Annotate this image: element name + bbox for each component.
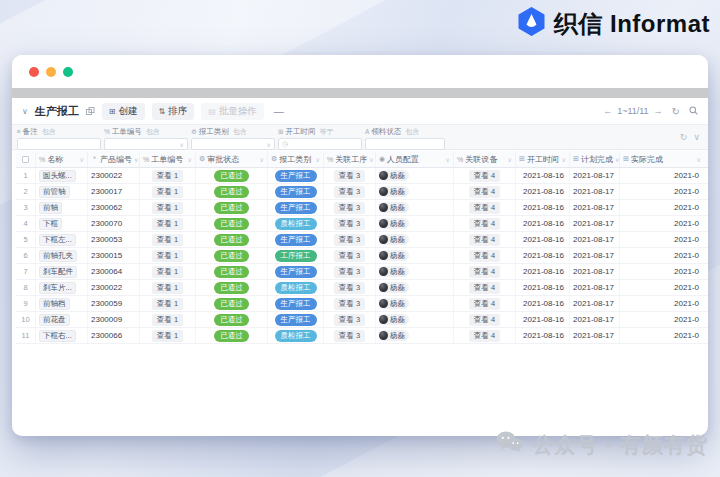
more-actions-button[interactable]: — [271, 106, 287, 117]
view-device-button[interactable]: 查看 4 [469, 266, 500, 278]
view-device-button[interactable]: 查看 4 [469, 298, 500, 310]
view-work-order-button[interactable]: 查看 1 [152, 170, 183, 182]
view-process-button[interactable]: 查看 3 [334, 218, 365, 230]
filter-input-select[interactable]: ∨ [191, 138, 275, 150]
collapse-filters-icon[interactable]: ∨ [693, 132, 700, 142]
name-tag[interactable]: 刹车片... [39, 282, 76, 294]
view-process-button[interactable]: 查看 3 [334, 202, 365, 214]
search-icon[interactable] [689, 106, 698, 117]
person-chip[interactable]: 杨磊 [379, 234, 409, 245]
person-chip[interactable]: 杨磊 [379, 170, 409, 181]
view-process-button[interactable]: 查看 3 [334, 314, 365, 326]
create-button[interactable]: ⊞ 创建 [102, 103, 145, 120]
chevron-down-icon[interactable]: ∨ [446, 156, 450, 163]
person-chip[interactable]: 杨磊 [379, 266, 409, 277]
filter-input-select[interactable]: ∨ [104, 138, 188, 150]
view-work-order-button[interactable]: 查看 1 [152, 314, 183, 326]
view-device-button[interactable]: 查看 4 [469, 202, 500, 214]
sort-button[interactable]: ⇅ 排序 [152, 103, 195, 120]
view-work-order-button[interactable]: 查看 1 [152, 218, 183, 230]
name-tag[interactable]: 前轴档 [39, 298, 70, 310]
person-chip[interactable]: 杨磊 [379, 250, 409, 261]
view-process-button[interactable]: 查看 3 [334, 330, 365, 342]
view-work-order-button[interactable]: 查看 1 [152, 330, 183, 342]
view-process-button[interactable]: 查看 3 [334, 266, 365, 278]
filter-input-text[interactable] [17, 138, 101, 150]
view-work-order-button[interactable]: 查看 1 [152, 250, 183, 262]
column-header-select[interactable] [16, 151, 36, 167]
filter-input-datetime[interactable]: ◷ [278, 138, 362, 150]
name-tag[interactable]: 前管轴 [39, 186, 70, 198]
person-chip[interactable]: 杨磊 [379, 298, 409, 309]
chevron-down-icon[interactable]: ∨ [562, 156, 566, 163]
chevron-down-icon[interactable]: ∨ [369, 156, 373, 163]
name-tag[interactable]: 前花盘 [39, 314, 70, 326]
name-tag[interactable]: 下框 [39, 218, 62, 230]
column-header-计划完成[interactable]: ⊞计划完成∨ [570, 151, 620, 167]
view-device-button[interactable]: 查看 4 [469, 234, 500, 246]
chevron-down-icon[interactable]: ∨ [134, 156, 138, 163]
view-process-button[interactable]: 查看 3 [334, 298, 365, 310]
view-device-button[interactable]: 查看 4 [469, 218, 500, 230]
column-header-关联工序[interactable]: %关联工序∨ [324, 151, 376, 167]
column-header-报工类别[interactable]: ⚙报工类别∨ [268, 151, 324, 167]
chevron-down-icon[interactable]: ∨ [316, 156, 320, 163]
view-device-button[interactable]: 查看 4 [469, 314, 500, 326]
name-tag[interactable]: 圆头螺... [39, 170, 76, 182]
view-work-order-button[interactable]: 查看 1 [152, 266, 183, 278]
view-process-button[interactable]: 查看 3 [334, 250, 365, 262]
chevron-down-icon[interactable]: ∨ [22, 107, 28, 116]
column-header-工单编号[interactable]: %工单编号∨ [140, 151, 196, 167]
view-work-order-button[interactable]: 查看 1 [152, 202, 183, 214]
view-device-button[interactable]: 查看 4 [469, 330, 500, 342]
view-process-button[interactable]: 查看 3 [334, 170, 365, 182]
view-device-button[interactable]: 查看 4 [469, 282, 500, 294]
view-device-button[interactable]: 查看 4 [469, 186, 500, 198]
maximize-window-icon[interactable] [63, 67, 73, 77]
name-tag[interactable]: 下框左... [39, 234, 76, 246]
chevron-down-icon[interactable]: ∨ [80, 156, 84, 163]
batch-actions-button[interactable]: ▤ 批量操作 [201, 103, 264, 120]
view-work-order-button[interactable]: 查看 1 [152, 298, 183, 310]
chevron-down-icon[interactable]: ∨ [260, 156, 264, 163]
column-header-实际完成[interactable]: ⊞实际完成∨ [620, 151, 704, 167]
view-process-button[interactable]: 查看 3 [334, 282, 365, 294]
chevron-down-icon[interactable]: ∨ [615, 156, 619, 163]
select-all-checkbox[interactable] [22, 156, 29, 163]
prev-page-icon[interactable]: ← [603, 106, 612, 116]
next-page-icon[interactable]: → [654, 106, 663, 116]
name-tag[interactable]: 刹车配件 [39, 266, 77, 278]
column-header-开工时间[interactable]: ⊞开工时间∨ [516, 151, 570, 167]
person-chip[interactable]: 杨磊 [379, 218, 409, 229]
view-device-button[interactable]: 查看 4 [469, 250, 500, 262]
column-header-审批状态[interactable]: ⚙审批状态∨ [196, 151, 268, 167]
view-work-order-button[interactable]: 查看 1 [152, 282, 183, 294]
person-chip[interactable]: 杨磊 [379, 314, 409, 325]
minimize-window-icon[interactable] [46, 67, 56, 77]
person-chip[interactable]: 杨磊 [379, 282, 409, 293]
person-chip[interactable]: 杨磊 [379, 330, 409, 341]
column-header-名称[interactable]: %名称∨ [36, 151, 88, 167]
column-header-人员配置[interactable]: ◉人员配置∨ [376, 151, 454, 167]
view-process-button[interactable]: 查看 3 [334, 234, 365, 246]
name-tag[interactable]: 前轴孔夹 [39, 250, 77, 262]
chevron-down-icon[interactable]: ∨ [697, 156, 701, 163]
name-tag[interactable]: 下框右... [39, 330, 76, 342]
reset-filters-icon[interactable]: ↻ [680, 132, 688, 142]
column-header-关联设备[interactable]: %关联设备∨ [454, 151, 516, 167]
name-tag[interactable]: 前轴 [39, 202, 62, 214]
close-window-icon[interactable] [29, 67, 39, 77]
view-device-button[interactable]: 查看 4 [469, 170, 500, 182]
chevron-down-icon[interactable]: ∨ [508, 156, 512, 163]
view-work-order-button[interactable]: 查看 1 [152, 234, 183, 246]
refresh-icon[interactable]: ↻ [672, 106, 680, 117]
chevron-down-icon[interactable]: ∨ [188, 156, 192, 163]
person-chip[interactable]: 杨磊 [379, 202, 409, 213]
person-chip[interactable]: 杨磊 [379, 186, 409, 197]
view-work-order-button[interactable]: 查看 1 [152, 186, 183, 198]
column-header-产品编号[interactable]: ＊产品编号∨ [88, 151, 140, 167]
filter-input-text[interactable] [365, 138, 445, 150]
share-icon[interactable] [86, 107, 95, 116]
view-process-button[interactable]: 查看 3 [334, 186, 365, 198]
person-name: 杨磊 [390, 171, 405, 181]
